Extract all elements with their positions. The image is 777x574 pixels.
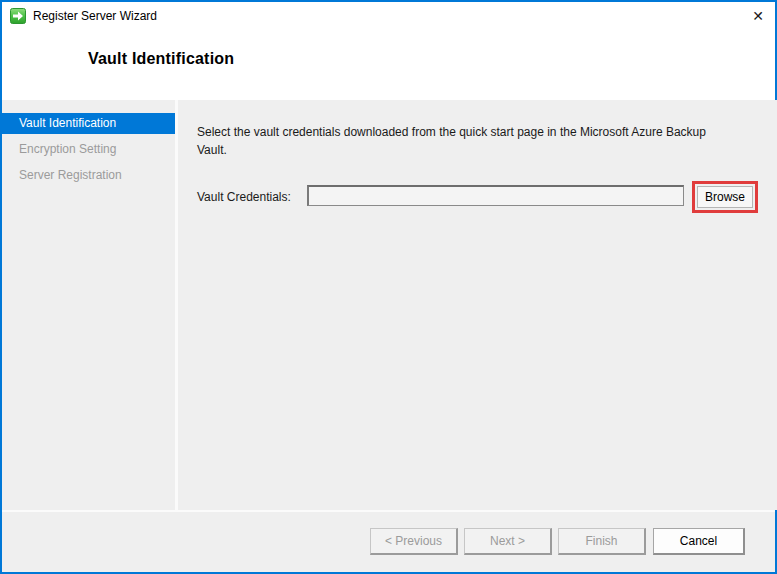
previous-button: < Previous xyxy=(370,528,458,555)
vault-credentials-input[interactable] xyxy=(307,185,684,206)
page-title: Vault Identification xyxy=(2,30,775,68)
wizard-header: Vault Identification xyxy=(2,30,775,100)
cancel-button[interactable]: Cancel xyxy=(653,528,745,555)
window-title: Register Server Wizard xyxy=(33,9,157,23)
red-highlight-annotation: Browse xyxy=(692,181,758,213)
instruction-text: Select the vault credentials downloaded … xyxy=(197,123,732,159)
wizard-steps-sidebar: Vault Identification Encryption Setting … xyxy=(2,100,178,510)
sidebar-item-encryption-setting: Encryption Setting xyxy=(2,139,175,160)
sidebar-item-server-registration: Server Registration xyxy=(2,165,175,186)
wizard-body: Vault Identification Encryption Setting … xyxy=(2,100,775,510)
green-arrow-wizard-icon xyxy=(10,8,26,24)
title-bar: Register Server Wizard ✕ xyxy=(2,2,775,30)
next-button: Next > xyxy=(464,528,552,555)
vault-credentials-row: Vault Credentials: Browse xyxy=(197,185,758,213)
browse-button[interactable]: Browse xyxy=(697,186,753,208)
wizard-footer: < Previous Next > Finish Cancel xyxy=(2,510,775,572)
register-server-wizard-window: Register Server Wizard ✕ Vault Identific… xyxy=(0,0,777,574)
finish-button: Finish xyxy=(558,528,646,555)
vault-credentials-label: Vault Credentials: xyxy=(197,185,307,204)
close-icon[interactable]: ✕ xyxy=(741,2,775,30)
sidebar-item-vault-identification[interactable]: Vault Identification xyxy=(2,113,175,134)
wizard-content: Select the vault credentials downloaded … xyxy=(178,100,777,510)
